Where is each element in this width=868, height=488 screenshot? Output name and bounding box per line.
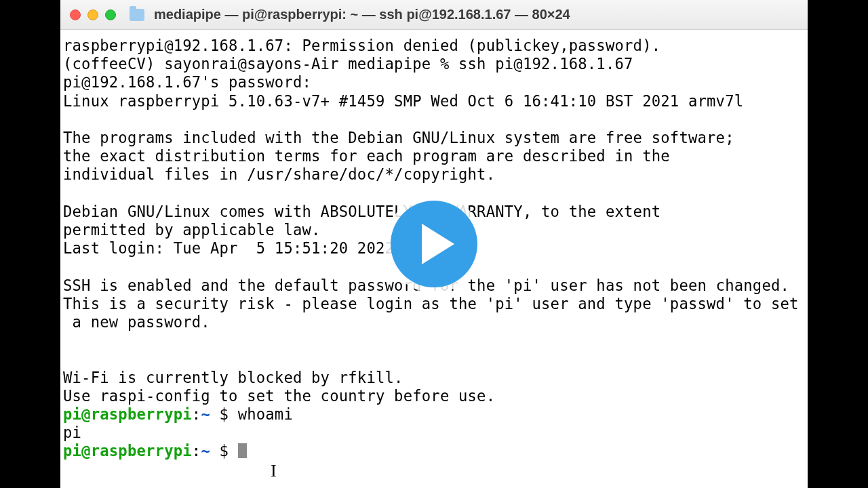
terminal-line: Debian GNU/Linux comes with ABSOLUTELY N… <box>63 203 660 220</box>
terminal-line: the exact distribution terms for each pr… <box>63 147 670 165</box>
prompt-sep: : <box>192 442 201 460</box>
terminal-line: This is a security risk - please login a… <box>63 295 799 312</box>
terminal-line: (coffeeCV) sayonrai@sayons-Air mediapipe… <box>63 55 633 73</box>
folder-icon <box>130 9 144 21</box>
window-titlebar: mediapipe — pi@raspberrypi: ~ — ssh pi@1… <box>60 0 808 30</box>
prompt-symbol: $ <box>210 442 238 460</box>
prompt-user: pi@raspberrypi <box>63 405 192 423</box>
text-cursor-icon: I <box>271 461 277 481</box>
prompt-user: pi@raspberrypi <box>63 442 192 460</box>
prompt-symbol: $ <box>210 405 238 423</box>
terminal-line: pi@192.168.1.67's password: <box>63 73 311 91</box>
prompt-sep: : <box>192 405 201 423</box>
traffic-lights <box>70 9 116 20</box>
terminal-line: Linux raspberrypi 5.10.63-v7+ #1459 SMP … <box>63 92 743 110</box>
terminal-line: permitted by applicable law. <box>63 221 321 239</box>
terminal-line: Wi-Fi is currently blocked by rfkill. <box>63 369 403 386</box>
prompt-path: ~ <box>201 442 210 460</box>
window-title: mediapipe — pi@raspberrypi: ~ — ssh pi@1… <box>154 7 570 22</box>
play-button[interactable] <box>391 201 477 287</box>
terminal-line: The programs included with the Debian GN… <box>63 129 734 146</box>
prompt-path: ~ <box>201 405 210 423</box>
terminal-line: a new password. <box>63 313 210 331</box>
cursor-block-icon <box>238 443 247 458</box>
minimize-icon[interactable] <box>87 9 98 20</box>
zoom-icon[interactable] <box>105 9 116 20</box>
command-output: pi <box>63 424 81 441</box>
command-text: whoami <box>238 405 293 423</box>
terminal-line: raspberrypi@192.168.1.67: Permission den… <box>63 37 660 54</box>
terminal-line: individual files in /usr/share/doc/*/cop… <box>63 165 495 183</box>
close-icon[interactable] <box>70 9 81 20</box>
terminal-line: Use raspi-config to set the country befo… <box>63 387 495 405</box>
terminal-line: Last login: Tue Apr 5 15:51:20 2022 <box>63 239 394 257</box>
play-icon <box>422 224 454 264</box>
